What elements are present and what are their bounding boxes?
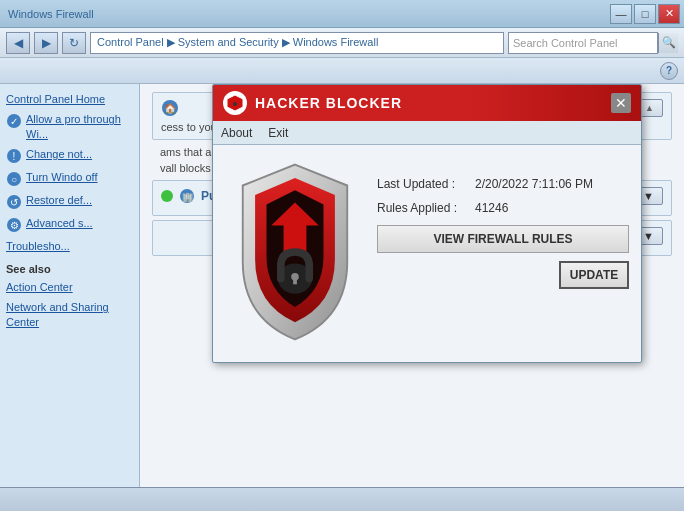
main-area: Control Panel Home ✓ Allow a pro through… [0,84,684,487]
rules-applied-value: 41246 [475,201,508,215]
dialog-title-text: HACKER BLOCKER [255,95,603,111]
search-button[interactable]: 🔍 [658,33,678,53]
hacker-blocker-dialog: HACKER BLOCKER ✕ About Exit [212,84,642,363]
sidebar-item-advanced-text: Advanced s... [26,216,93,230]
last-updated-row: Last Updated : 2/20/2022 7:11:06 PM [377,177,629,191]
help-icon: ? [666,65,672,76]
dialog-info-panel: Last Updated : 2/20/2022 7:11:06 PM Rule… [377,157,629,350]
hacker-blocker-shield-icon [225,157,365,347]
dialog-overlay: HACKER BLOCKER ✕ About Exit [140,84,684,487]
sidebar-item-restore-text: Restore def... [26,193,92,207]
breadcrumb[interactable]: Control Panel ▶ System and Security ▶ Wi… [90,32,504,54]
svg-text:⚙: ⚙ [10,220,19,231]
svg-text:✓: ✓ [10,116,18,127]
close-button[interactable]: ✕ [658,4,680,24]
window-controls: — □ ✕ [610,4,680,24]
refresh-button[interactable]: ↻ [62,32,86,54]
shield-off-icon: ○ [6,171,22,187]
minimize-button[interactable]: — [610,4,632,24]
svg-text:↺: ↺ [10,197,18,208]
last-updated-value: 2/20/2022 7:11:06 PM [475,177,593,191]
sidebar-item-notifications[interactable]: ! Change not... [6,147,133,164]
shield-notif-icon: ! [6,148,22,164]
search-placeholder: Search Control Panel [513,37,618,49]
title-bar: Windows Firewall — □ ✕ [0,0,684,28]
sidebar-item-control-panel-home[interactable]: Control Panel Home [6,92,133,106]
view-firewall-rules-button[interactable]: VIEW FIREWALL RULES [377,225,629,253]
sidebar-network-sharing[interactable]: Network and Sharing Center [6,300,133,329]
shield-graphic-container [225,157,365,350]
last-updated-label: Last Updated : [377,177,467,191]
search-icon: 🔍 [662,36,676,49]
search-input[interactable]: Search Control Panel [508,32,658,54]
svg-text:🏢: 🏢 [182,191,194,203]
shield-allow-icon: ✓ [6,113,22,129]
dialog-title-bar: HACKER BLOCKER ✕ [213,85,641,121]
public-chevron-icon1: ▼ [643,190,654,202]
sidebar-item-advanced[interactable]: ⚙ Advanced s... [6,216,133,233]
address-bar: ◀ ▶ ↻ Control Panel ▶ System and Securit… [0,28,684,58]
public-chevron-icon2: ▼ [643,230,654,242]
sidebar: Control Panel Home ✓ Allow a pro through… [0,84,140,487]
sidebar-action-center[interactable]: Action Center [6,280,133,294]
toolbar: ? [0,58,684,84]
svg-text:!: ! [13,151,16,162]
rules-applied-label: Rules Applied : [377,201,467,215]
dialog-menubar: About Exit [213,121,641,145]
see-also-label: See also [6,263,133,275]
help-button[interactable]: ? [660,62,678,80]
dialog-about-menu[interactable]: About [221,126,252,140]
window-title: Windows Firewall [8,8,94,20]
rules-applied-row: Rules Applied : 41246 [377,201,629,215]
maximize-button[interactable]: □ [634,4,656,24]
shield-restore-icon: ↺ [6,194,22,210]
shield-advanced-icon: ⚙ [6,217,22,233]
public-network-shield-icon: 🏢 [179,188,195,204]
svg-rect-17 [293,277,297,285]
breadcrumb-text: Control Panel ▶ System and Security ▶ Wi… [97,36,378,49]
private-network-icon: 🏠 [161,99,179,117]
forward-button[interactable]: ▶ [34,32,58,54]
green-dot-icon [161,190,173,202]
svg-point-14 [233,102,237,106]
update-button[interactable]: UPDATE [559,261,629,289]
dialog-close-button[interactable]: ✕ [611,93,631,113]
back-button[interactable]: ◀ [6,32,30,54]
svg-text:○: ○ [11,174,17,185]
private-chevron-icon: ▲ [645,103,654,113]
private-network-title: 🏠 [161,99,179,117]
dialog-body: Last Updated : 2/20/2022 7:11:06 PM Rule… [213,145,641,362]
sidebar-item-notifications-text: Change not... [26,147,92,161]
content-area: 🏠 Connected ▲ cess to your computer ams … [140,84,684,487]
sidebar-item-allow-text: Allow a pro through Wi... [26,112,133,141]
dialog-logo [223,91,247,115]
svg-text:🏠: 🏠 [164,102,177,115]
sidebar-item-troubleshoot[interactable]: Troublesho... [6,239,133,253]
sidebar-item-turn-off[interactable]: ○ Turn Windo off [6,170,133,187]
status-bar [0,487,684,511]
sidebar-item-turn-off-text: Turn Windo off [26,170,98,184]
sidebar-item-restore[interactable]: ↺ Restore def... [6,193,133,210]
dialog-exit-menu[interactable]: Exit [268,126,288,140]
hacker-blocker-logo-icon [225,93,245,113]
sidebar-item-allow[interactable]: ✓ Allow a pro through Wi... [6,112,133,141]
